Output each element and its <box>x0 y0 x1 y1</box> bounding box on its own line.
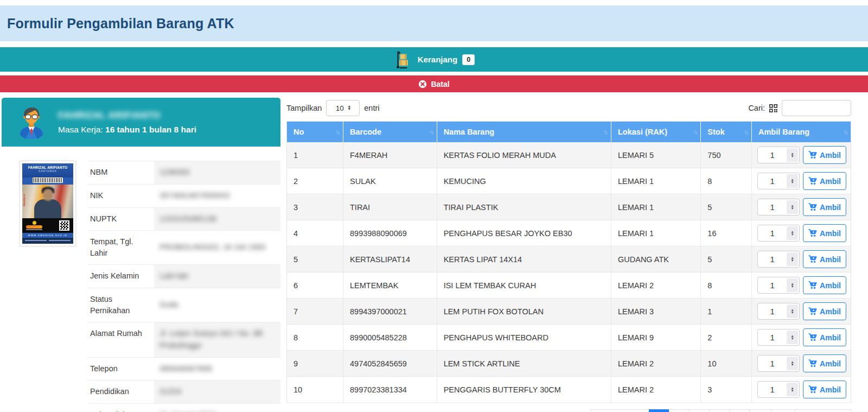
cell-lokasi: LEMARI 1 <box>611 168 700 194</box>
column-header-no[interactable]: No↑↓ <box>287 122 343 143</box>
id-card-photo: e-money <box>22 185 73 218</box>
table-footer: Menampilkan 1 sampai 10 dari 121 entri S… <box>286 409 851 412</box>
page-size-select[interactable]: 10 ▴▾ <box>326 100 360 116</box>
cell-nama-barang: TIRAI PLASTIK <box>437 194 611 220</box>
employee-detail-row: NUPTK 1203105385138 <box>88 207 280 231</box>
quantity-stepper[interactable]: 1 ▴▾ <box>757 147 800 163</box>
cell-nama-barang: LEM PUTIH FOX BOTOLAN <box>437 299 611 325</box>
redacted-value: PROBOLINGGO, 18 Juli 1983 <box>159 243 265 251</box>
cell-nama-barang: PENGGARIS BUTTERFLY 30CM <box>437 377 611 403</box>
id-card-barcode <box>33 178 63 183</box>
pagination-page-5[interactable]: 5 <box>729 409 750 412</box>
detail-label: NIK <box>88 184 154 207</box>
sort-icon: ↑↓ <box>844 129 847 135</box>
ambil-button[interactable]: Ambil <box>803 198 846 216</box>
employee-body: FAHRIZAL ARIFIANTO KARYAWAN e-money <box>2 147 280 412</box>
ambil-button[interactable]: Ambil <box>803 172 846 190</box>
pagination-page-13[interactable]: 13 <box>771 409 795 412</box>
employee-details-table: NBM 1196093 NIK 3574061807830003 NUPTK 1… <box>88 161 280 412</box>
cell-barcode: 8997023381334 <box>343 377 437 403</box>
column-header-ambil-barang[interactable]: Ambil Barang↑↓ <box>751 122 851 143</box>
column-header-lokasi-rak-[interactable]: Lokasi (RAK)↑↓ <box>611 122 700 143</box>
cell-barcode: SULAK <box>343 168 437 194</box>
employee-details-body: NBM 1196093 NIK 3574061807830003 NUPTK 1… <box>88 161 280 412</box>
cart-button[interactable]: Keranjang 0 <box>0 47 868 72</box>
quantity-stepper[interactable]: 1 ▴▾ <box>757 199 800 215</box>
stepper-arrows-icon[interactable]: ▴▾ <box>787 278 798 292</box>
items-table-header-row: No↑↓Barcode↑↓Nama Barang↑↓Lokasi (RAK)↑↓… <box>287 122 851 143</box>
cancel-button[interactable]: Batal <box>0 75 868 92</box>
stepper-arrows-icon[interactable]: ▴▾ <box>787 252 798 266</box>
page-title: Formulir Pengambilan Barang ATK <box>7 16 234 31</box>
pagination-page-4[interactable]: 4 <box>709 409 730 412</box>
table-row: 8 8990005485228 PENGHAPUS WHITEBOARD LEM… <box>287 325 851 351</box>
ambil-button[interactable]: Ambil <box>803 302 846 320</box>
cell-barcode: 8990005485228 <box>343 325 437 351</box>
stepper-arrows-icon[interactable]: ▴▾ <box>787 383 798 396</box>
table-row: 4 8993988090069 PENGHAPUS BESAR JOYKO EB… <box>287 220 851 246</box>
cancel-label: Batal <box>431 80 449 88</box>
detail-label: NBM <box>88 161 154 185</box>
id-card-qr-code <box>59 220 69 231</box>
cell-barcode: TIRAI <box>343 194 437 220</box>
redacted-value: 085646667899 <box>159 364 212 373</box>
stepper-arrows-icon[interactable]: ▴▾ <box>787 148 798 162</box>
quantity-stepper[interactable]: 1 ▴▾ <box>757 329 800 346</box>
stepper-arrows-icon[interactable]: ▴▾ <box>787 305 798 318</box>
cell-lokasi: LEMARI 3 <box>611 299 700 325</box>
stepper-arrows-icon[interactable]: ▴▾ <box>787 174 798 188</box>
pagination-page-3[interactable]: 3 <box>689 409 710 412</box>
redacted-value: Laki-laki <box>159 271 188 280</box>
ambil-button[interactable]: Ambil <box>803 328 846 346</box>
stepper-arrows-icon[interactable]: ▴▾ <box>787 200 798 214</box>
cell-barcode: F4MERAH <box>343 142 437 168</box>
table-info-text: Menampilkan 1 sampai 10 dari 121 entri <box>286 409 426 412</box>
ambil-button[interactable]: Ambil <box>803 224 846 242</box>
quantity-stepper[interactable]: 1 ▴▾ <box>757 251 800 268</box>
sort-icon: ↑↓ <box>336 129 340 135</box>
ambil-button[interactable]: Ambil <box>803 276 846 294</box>
search-input[interactable] <box>782 100 851 116</box>
stepper-arrows-icon[interactable]: ▴▾ <box>787 226 798 240</box>
table-row: 5 KERTASLIPAT14 KERTAS LIPAT 14X14 GUDAN… <box>287 246 851 272</box>
table-row: 1 F4MERAH KERTAS FOLIO MERAH MUDA LEMARI… <box>287 142 851 168</box>
id-card-name: FAHRIZAL ARIFIANTO <box>22 166 73 169</box>
stepper-arrows-icon[interactable]: ▴▾ <box>787 331 798 344</box>
quantity-stepper[interactable]: 1 ▴▾ <box>757 303 800 320</box>
ambil-button[interactable]: Ambil <box>803 381 846 398</box>
redacted-value: 1196093 <box>159 168 189 176</box>
cell-lokasi: LEMARI 2 <box>611 351 700 377</box>
ambil-button[interactable]: Ambil <box>803 146 846 164</box>
quantity-stepper[interactable]: 1 ▴▾ <box>757 173 800 189</box>
quantity-stepper[interactable]: 1 ▴▾ <box>757 355 800 372</box>
detail-label: Alamat Rumah <box>88 322 154 358</box>
cell-no: 2 <box>287 168 343 194</box>
column-header-stok[interactable]: Stok↑↓ <box>701 122 752 143</box>
pagination-prev[interactable]: Sebelumnya <box>590 409 649 412</box>
pagination-next[interactable]: Selanjutnya <box>795 409 851 412</box>
quantity-stepper[interactable]: 1 ▴▾ <box>757 381 800 398</box>
id-card-role: KARYAWAN <box>22 170 73 173</box>
ambil-button[interactable]: Ambil <box>803 354 846 372</box>
table-controls: Tampilkan 10 ▴▾ entri Cari: <box>286 100 851 116</box>
pagination-ellipsis: … <box>749 409 773 412</box>
redacted-value: 1203105385138 <box>159 214 216 223</box>
column-header-barcode[interactable]: Barcode↑↓ <box>343 122 437 143</box>
cell-no: 3 <box>287 194 343 220</box>
cell-nama-barang: PENGHAPUS WHITEBOARD <box>437 325 611 351</box>
column-header-nama-barang[interactable]: Nama Barang↑↓ <box>437 122 611 143</box>
items-table: No↑↓Barcode↑↓Nama Barang↑↓Lokasi (RAK)↑↓… <box>286 121 851 403</box>
quantity-stepper[interactable]: 1 ▴▾ <box>757 277 800 294</box>
employee-tenure: Masa Kerja: 16 tahun 1 bulan 8 hari <box>58 125 196 135</box>
ambil-button[interactable]: Ambil <box>803 250 846 268</box>
pagination-page-1[interactable]: 1 <box>649 409 669 412</box>
pagination-page-2[interactable]: 2 <box>669 409 690 412</box>
cart-plus-icon <box>808 177 817 185</box>
items-table-body: 1 F4MERAH KERTAS FOLIO MERAH MUDA LEMARI… <box>287 142 851 403</box>
stepper-arrows-icon[interactable]: ▴▾ <box>787 357 798 370</box>
quantity-stepper[interactable]: 1 ▴▾ <box>757 225 800 242</box>
employee-header: FAHRIZAL ARIFIANTO Masa Kerja: 16 tahun … <box>2 98 280 147</box>
sort-icon: ↑↓ <box>603 129 607 135</box>
cell-stok: 2 <box>701 325 752 351</box>
employee-detail-row: Telepon 085646667899 <box>88 357 280 381</box>
